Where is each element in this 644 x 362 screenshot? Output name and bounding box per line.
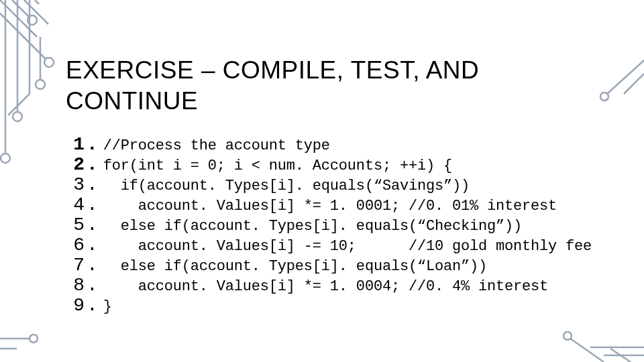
code-text: //Process the account type — [103, 137, 330, 154]
code-block: 1.//Process the account type2.for(int i … — [67, 134, 592, 315]
line-number: 2 — [67, 154, 85, 175]
code-line: 8. account. Values[i] *= 1. 0004; //0. 4… — [67, 275, 592, 296]
svg-point-3 — [13, 112, 22, 121]
line-number: 9 — [67, 295, 85, 316]
code-line: 5. else if(account. Types[i]. equals(“Ch… — [67, 215, 592, 235]
line-dot: . — [87, 194, 98, 215]
code-line: 1.//Process the account type — [67, 134, 592, 155]
code-text: if(account. Types[i]. equals(“Savings”)) — [103, 178, 470, 194]
code-line: 9.} — [67, 295, 592, 316]
line-number: 1 — [67, 134, 85, 155]
code-text: else if(account. Types[i]. equals(“Loan”… — [103, 258, 487, 275]
code-line: 6. account. Values[i] -= 10; //10 gold m… — [67, 235, 592, 255]
line-number: 3 — [67, 174, 85, 195]
svg-point-1 — [28, 15, 37, 25]
svg-point-4 — [36, 80, 45, 89]
code-text: account. Values[i] *= 1. 0001; //0. 01% … — [103, 198, 557, 215]
line-dot: . — [87, 174, 98, 195]
code-text: account. Values[i] -= 10; //10 gold mont… — [103, 238, 592, 255]
line-dot: . — [87, 255, 98, 276]
line-number: 4 — [67, 194, 85, 215]
svg-point-2 — [1, 154, 10, 163]
title-line-1: EXERCISE – COMPILE, TEST, ANDCONTINUE — [66, 56, 479, 115]
line-dot: . — [87, 154, 98, 175]
code-text: else if(account. Types[i]. equals(“Check… — [103, 218, 522, 235]
slide: EXERCISE – COMPILE, TEST, ANDCONTINUE 1.… — [0, 0, 644, 362]
slide-title: EXERCISE – COMPILE, TEST, ANDCONTINUE — [66, 55, 479, 117]
line-dot: . — [87, 275, 98, 296]
code-line: 3. if(account. Types[i]. equals(“Savings… — [67, 174, 592, 195]
svg-point-7 — [564, 332, 572, 340]
line-number: 6 — [67, 235, 85, 255]
code-text: for(int i = 0; i < num. Accounts; ++i) { — [103, 158, 452, 174]
line-dot: . — [87, 215, 98, 235]
code-line: 4. account. Values[i] *= 1. 0001; //0. 0… — [67, 194, 592, 215]
line-dot: . — [87, 235, 98, 255]
code-text: } — [103, 298, 112, 315]
code-line: 2.for(int i = 0; i < num. Accounts; ++i)… — [67, 154, 592, 175]
svg-point-5 — [30, 335, 38, 343]
line-number: 5 — [67, 215, 85, 235]
line-number: 7 — [67, 255, 85, 276]
svg-point-6 — [600, 93, 608, 101]
code-text: account. Values[i] *= 1. 0004; //0. 4% i… — [103, 278, 548, 295]
code-line: 7. else if(account. Types[i]. equals(“Lo… — [67, 255, 592, 276]
line-dot: . — [87, 295, 98, 316]
line-number: 8 — [67, 275, 85, 296]
svg-point-0 — [44, 58, 54, 67]
line-dot: . — [87, 134, 98, 155]
